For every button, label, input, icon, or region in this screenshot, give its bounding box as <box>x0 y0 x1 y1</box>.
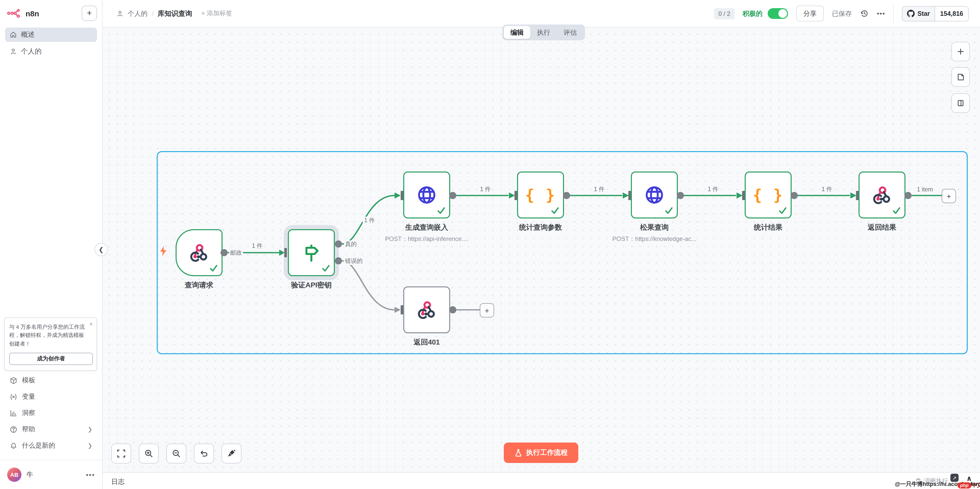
node-title: 统计结果 <box>712 223 824 232</box>
add-tag-button[interactable]: + 添加标签 <box>201 9 232 18</box>
node-build-query-params[interactable]: { } <box>517 172 564 218</box>
input-port <box>628 191 631 200</box>
close-icon[interactable]: × <box>89 321 93 327</box>
node-generate-embedding[interactable] <box>403 172 450 218</box>
sidebar-item-variables[interactable]: 变量 <box>5 389 97 404</box>
output-port[interactable] <box>677 192 684 199</box>
node-query-request[interactable] <box>176 229 223 276</box>
github-icon <box>907 10 915 18</box>
output-port[interactable] <box>221 249 228 256</box>
sidebar-item-templates[interactable]: 模板 <box>5 373 97 387</box>
help-icon <box>10 425 18 433</box>
node-pinecone-query[interactable] <box>631 172 678 218</box>
creator-promo-card: 与 4 万多名用户分享您的工作流程，解锁特权，并成为精选模板创建者！ × 成为创… <box>4 317 97 371</box>
github-star-button[interactable]: Star <box>903 6 935 21</box>
output-port[interactable] <box>563 192 570 199</box>
toggle-knob <box>778 9 787 18</box>
webhook-icon <box>188 242 210 263</box>
logs-title[interactable]: 日志 <box>111 477 124 486</box>
globe-icon <box>415 184 438 206</box>
menu-item-label: 变量 <box>22 392 35 401</box>
workflow-title[interactable]: 库知识查询 <box>158 9 192 18</box>
edge-count-label: 1 件 <box>706 186 720 193</box>
zoom-out-icon <box>172 449 181 458</box>
menu-item-label: 模板 <box>22 376 35 385</box>
output-port-false[interactable] <box>335 257 342 264</box>
tab-editor[interactable]: 编辑 <box>504 26 530 39</box>
share-button[interactable]: 分享 <box>796 6 824 21</box>
n8n-app: { } { } <box>0 0 980 489</box>
chevron-right-icon: ❯ <box>88 442 92 449</box>
sidebar-item-help[interactable]: 帮助 ❯ <box>5 422 97 436</box>
output-port-true[interactable] <box>335 241 342 248</box>
history-button[interactable] <box>860 9 869 18</box>
output-port[interactable] <box>791 192 798 199</box>
node-stat-results[interactable]: { } <box>745 172 792 218</box>
package-icon <box>10 376 18 384</box>
input-port <box>514 191 517 200</box>
broom-icon <box>227 449 236 458</box>
sidebar-item-overview[interactable]: 概述 <box>5 27 97 42</box>
node-return-result[interactable] <box>859 172 905 218</box>
php-logo-oval: php <box>958 483 971 489</box>
tidy-up-button[interactable] <box>221 444 242 464</box>
brand-name: n8n <box>25 9 39 18</box>
active-toggle[interactable] <box>768 8 788 19</box>
success-check-icon <box>551 206 559 215</box>
main-sidebar: n8n + 概述 个人的 与 4 万多名用户分享您的工作流程，解锁特权，并成为精… <box>0 0 103 489</box>
globe-icon <box>643 184 666 206</box>
add-node-from-output-button[interactable]: + <box>480 303 494 317</box>
github-star-count[interactable]: 154,816 <box>935 6 968 21</box>
home-icon <box>10 31 17 38</box>
avatar[interactable]: AB <box>7 468 21 482</box>
undo-icon <box>200 449 208 458</box>
user-menu[interactable]: AB 牛 ••• <box>0 460 102 489</box>
success-check-icon <box>321 264 330 272</box>
zoom-out-button[interactable] <box>166 444 186 464</box>
logs-panel[interactable]: 日志 清晰执行 <box>102 472 980 489</box>
tab-evaluations[interactable]: 评估 <box>557 26 584 39</box>
menu-item-label: 帮助 <box>22 425 35 434</box>
output-port[interactable] <box>904 192 912 199</box>
sidebar-item-whats-new[interactable]: 什么是新的 ❯ <box>5 438 97 453</box>
variables-icon <box>10 393 18 400</box>
new-workflow-button[interactable]: + <box>82 6 97 21</box>
zoom-in-button[interactable] <box>139 444 159 464</box>
sidebar-item-insights[interactable]: 洞察 <box>5 406 97 420</box>
person-icon <box>10 48 17 55</box>
input-port <box>401 191 403 200</box>
github-star-widget[interactable]: Star 154,816 <box>902 6 969 21</box>
sidebar-item-label: 个人的 <box>21 47 41 56</box>
tab-executions[interactable]: 执行 <box>530 26 557 39</box>
php-site-logo: php 中文网 <box>958 482 980 489</box>
become-creator-button[interactable]: 成为创作者 <box>9 353 93 365</box>
execution-counter-badge[interactable]: 0 / 2 <box>714 8 735 19</box>
add-node-from-output-button[interactable]: + <box>942 189 956 203</box>
workflow-header: 个人的 / 库知识查询 + 添加标签 0 / 2 积极的 分享 已保存 ••• <box>102 0 980 27</box>
sidebar-item-personal[interactable]: 个人的 <box>5 45 97 59</box>
panel-toggle-button[interactable] <box>951 93 970 113</box>
breadcrumb-project[interactable]: 个人的 <box>127 9 148 18</box>
execute-workflow-button[interactable]: 执行工作流程 <box>504 443 578 463</box>
history-clock-icon <box>860 9 869 18</box>
zoom-in-icon <box>145 449 153 458</box>
node-subtitle: POST：https://api-inference.... <box>360 235 493 244</box>
success-check-icon <box>209 264 218 272</box>
node-title: 统计查询参数 <box>484 223 597 232</box>
edge-count-label: 1 件 <box>820 186 834 193</box>
node-title: 查询请求 <box>143 281 255 290</box>
view-tabs: 编辑 执行 评估 <box>502 24 585 40</box>
undo-button[interactable] <box>194 444 214 464</box>
sticky-note-button[interactable] <box>951 67 970 87</box>
sidebar-collapse-button[interactable]: ❮ <box>94 243 108 256</box>
node-verify-api-key[interactable] <box>288 229 335 276</box>
add-node-button[interactable] <box>951 42 970 61</box>
user-more-button[interactable]: ••• <box>86 471 95 479</box>
output-port[interactable] <box>449 306 456 314</box>
output-port[interactable] <box>449 192 456 199</box>
promo-text: 与 4 万多名用户分享您的工作流程，解锁特权，并成为精选模板创建者！ <box>9 323 92 347</box>
more-menu-button[interactable]: ••• <box>877 10 885 18</box>
node-return-401[interactable] <box>403 286 450 333</box>
header-divider <box>894 4 894 23</box>
fit-view-button[interactable] <box>111 444 131 464</box>
